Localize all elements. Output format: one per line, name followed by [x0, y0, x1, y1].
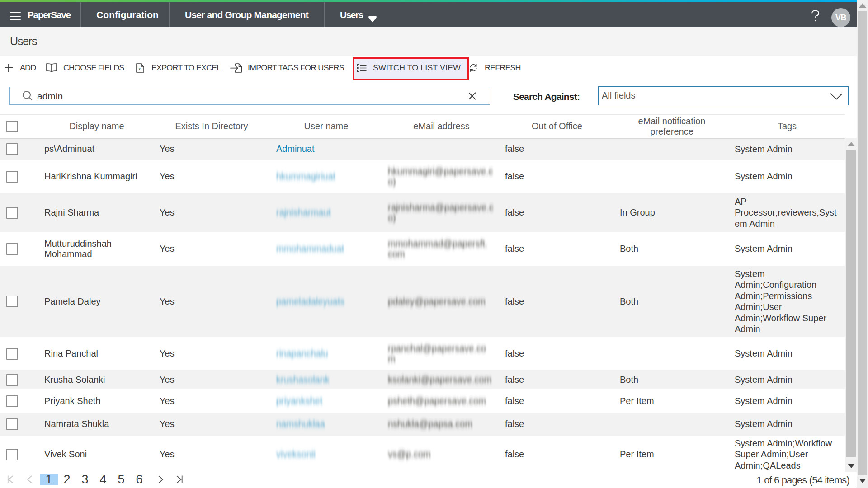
svg-text:x: x	[138, 66, 141, 71]
